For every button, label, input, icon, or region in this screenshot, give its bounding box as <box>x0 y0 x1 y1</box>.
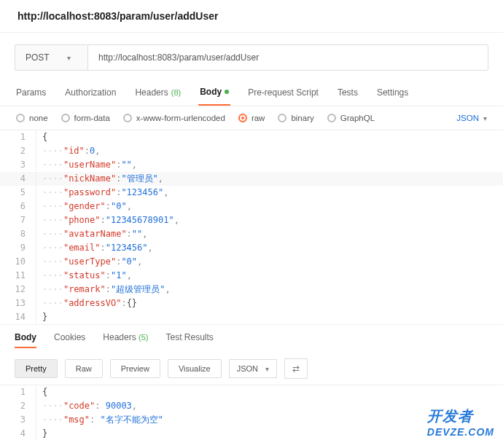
request-row: POST ▾ http://localhost:8083/param/user/… <box>15 44 488 71</box>
code-content: } <box>36 310 47 323</box>
request-body-editor[interactable]: 1{2····"id":0,3····"userName":"",4····"n… <box>0 130 503 324</box>
watermark: 开发者 DEVZE.COM <box>427 406 494 438</box>
resp-tab-headers[interactable]: Headers (5) <box>103 332 148 348</box>
radio-graphql[interactable]: GraphQL <box>327 114 375 122</box>
response-tabs: Body Cookies Headers (5) Test Results <box>0 324 503 353</box>
resp-tab-cookies[interactable]: Cookies <box>54 332 85 348</box>
body-format-select[interactable]: JSON ▾ <box>456 114 487 122</box>
code-line: 1{ <box>0 385 503 399</box>
chevron-down-icon: ▾ <box>67 54 71 62</box>
request-tabs: Params Authorization Headers (8) Body Pr… <box>0 79 503 106</box>
radio-xwww-label: x-www-form-urlencoded <box>136 114 225 122</box>
code-content: ····"userType":"0", <box>36 255 142 268</box>
headers-count: (8) <box>171 88 181 97</box>
line-number: 3 <box>0 413 36 426</box>
modified-dot-icon <box>225 90 229 94</box>
tab-params[interactable]: Params <box>15 79 47 106</box>
view-visualize[interactable]: Visualize <box>168 359 222 378</box>
line-number: 13 <box>0 296 36 310</box>
method-label: POST <box>26 52 50 63</box>
tab-body-label: Body <box>200 87 222 97</box>
line-number: 2 <box>0 399 36 412</box>
code-line: 8····"avatarName":"", <box>0 227 503 241</box>
code-content: ····"nickName":"管理员", <box>36 172 163 185</box>
chevron-down-icon: ▾ <box>483 114 487 122</box>
method-select[interactable]: POST ▾ <box>15 45 88 70</box>
code-content: ····"msg": "名字不能为空" <box>36 413 163 426</box>
line-number: 3 <box>0 158 36 171</box>
resp-tab-body[interactable]: Body <box>15 332 36 348</box>
wrap-lines-icon[interactable]: ⇄ <box>284 358 308 379</box>
request-title: http://localhost:8083/param/user/addUser <box>0 0 503 33</box>
code-content: { <box>36 385 47 398</box>
tab-settings[interactable]: Settings <box>375 79 410 106</box>
watermark-cn: 开发者 <box>427 406 494 426</box>
resp-tab-headers-label: Headers <box>103 332 136 342</box>
url-input[interactable]: http://localhost:8083/param/user/addUser <box>88 45 488 70</box>
code-content: ····"userName":"", <box>36 158 137 171</box>
view-preview[interactable]: Preview <box>110 359 160 378</box>
line-number: 11 <box>0 269 36 282</box>
line-number: 4 <box>0 172 36 185</box>
body-format-label: JSON <box>456 114 479 122</box>
response-format-label: JSON <box>237 364 258 373</box>
code-line: 3····"userName":"", <box>0 158 503 172</box>
code-content: { <box>36 130 47 144</box>
chevron-down-icon: ▾ <box>265 365 269 373</box>
line-number: 14 <box>0 310 36 323</box>
tab-body[interactable]: Body <box>198 79 230 106</box>
radio-binary[interactable]: binary <box>278 114 313 122</box>
tab-authorization[interactable]: Authorization <box>63 79 117 106</box>
view-pretty[interactable]: Pretty <box>15 359 58 378</box>
code-content: ····"password":"123456", <box>36 186 168 199</box>
code-line: 13····"addressVO":{} <box>0 296 503 310</box>
tab-tests[interactable]: Tests <box>336 79 359 106</box>
response-format-select[interactable]: JSON ▾ <box>229 359 277 378</box>
resp-tab-tests[interactable]: Test Results <box>166 332 214 348</box>
tab-headers-label: Headers <box>135 87 168 98</box>
watermark-en: DEVZE.COM <box>427 426 494 438</box>
code-line: 10····"userType":"0", <box>0 255 503 269</box>
radio-xwww[interactable]: x-www-form-urlencoded <box>123 114 225 122</box>
tab-headers[interactable]: Headers (8) <box>133 79 182 106</box>
radio-raw[interactable]: raw <box>238 114 265 122</box>
radio-none[interactable]: none <box>16 114 48 122</box>
code-line: 2····"id":0, <box>0 144 503 158</box>
code-line: 9····"email":"123456", <box>0 241 503 255</box>
code-line: 14} <box>0 310 503 324</box>
line-number: 8 <box>0 227 36 240</box>
line-number: 1 <box>0 385 36 398</box>
line-number: 9 <box>0 241 36 254</box>
radio-binary-label: binary <box>291 114 313 122</box>
code-line: 1{ <box>0 130 503 144</box>
radio-formdata[interactable]: form-data <box>61 114 110 122</box>
code-line: 5····"password":"123456", <box>0 186 503 200</box>
radio-formdata-label: form-data <box>74 114 110 122</box>
code-content: ····"avatarName":"", <box>36 227 148 240</box>
line-number: 7 <box>0 213 36 227</box>
radio-graphql-label: GraphQL <box>340 114 375 122</box>
code-content: ····"status":"1", <box>36 269 132 282</box>
line-number: 4 <box>0 427 36 440</box>
code-content: ····"remark":"超级管理员", <box>36 283 171 296</box>
code-content: ····"code": 90003, <box>36 399 137 412</box>
resp-headers-count: (5) <box>139 333 148 342</box>
code-content: ····"email":"123456", <box>36 241 153 254</box>
line-number: 6 <box>0 200 36 213</box>
code-line: 12····"remark":"超级管理员", <box>0 283 503 296</box>
code-content: ····"addressVO":{} <box>36 296 137 310</box>
radio-raw-label: raw <box>252 114 265 122</box>
code-content: } <box>36 427 47 440</box>
code-content: ····"phone":"12345678901", <box>36 213 179 227</box>
line-number: 5 <box>0 186 36 199</box>
body-type-row: none form-data x-www-form-urlencoded raw… <box>0 106 503 130</box>
code-line: 7····"phone":"12345678901", <box>0 213 503 227</box>
code-content: ····"gender":"0", <box>36 200 132 213</box>
code-line: 6····"gender":"0", <box>0 200 503 213</box>
radio-none-label: none <box>29 114 48 122</box>
tab-prerequest[interactable]: Pre-request Script <box>246 79 320 106</box>
code-line: 4····"nickName":"管理员", <box>0 172 503 186</box>
response-controls: Pretty Raw Preview Visualize JSON ▾ ⇄ <box>0 353 503 385</box>
line-number: 2 <box>0 144 36 157</box>
view-raw[interactable]: Raw <box>65 359 103 378</box>
